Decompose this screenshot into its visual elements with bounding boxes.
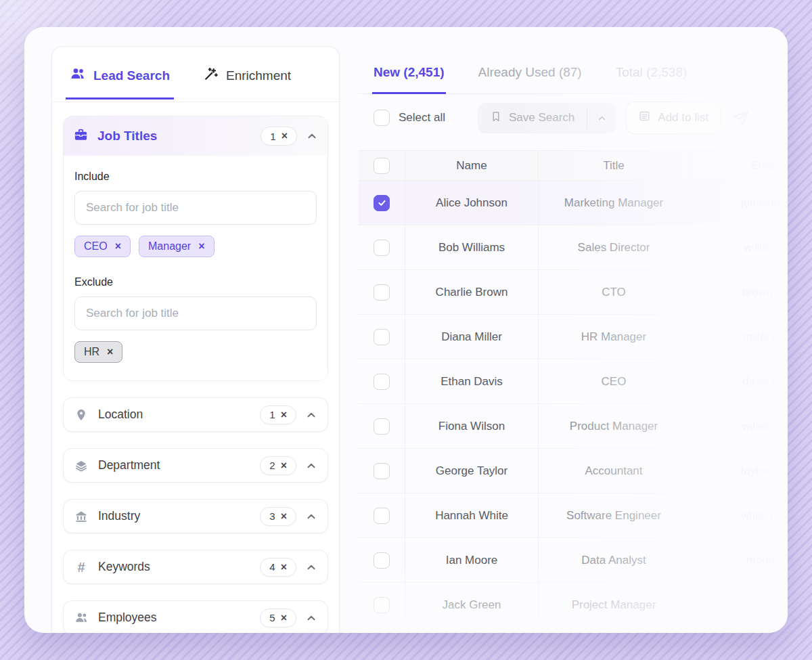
row-checkbox[interactable] bbox=[374, 597, 390, 613]
table-header: Name Title Email bbox=[359, 150, 788, 181]
row-checkbox[interactable] bbox=[374, 284, 390, 301]
cell-title: Sales Director bbox=[538, 225, 689, 269]
cell-name: Jack Green bbox=[405, 583, 538, 627]
exclude-job-title-input[interactable] bbox=[74, 296, 317, 330]
cell-email: moore.i bbox=[689, 538, 788, 582]
hash-icon: # bbox=[74, 560, 89, 574]
chevron-up-icon[interactable] bbox=[305, 561, 317, 573]
cell-name: Ian Moore bbox=[405, 538, 538, 582]
filter-count-badge[interactable]: 3 × bbox=[260, 507, 296, 526]
table-row[interactable]: Ian Moore Data Analyst moore.i bbox=[359, 538, 788, 583]
select-all-checkbox[interactable] bbox=[374, 110, 390, 126]
job-titles-count-badge[interactable]: 1 × bbox=[261, 127, 297, 146]
results-tab[interactable]: New (2,451) bbox=[372, 65, 446, 94]
table-row[interactable]: George Taylor Accountant taylor.geo bbox=[359, 449, 788, 493]
briefcase-icon bbox=[73, 127, 89, 146]
tab-lead-search-label: Lead Search bbox=[93, 68, 170, 83]
clear-filter-icon[interactable]: × bbox=[281, 130, 288, 142]
chevron-up-icon[interactable] bbox=[306, 130, 318, 142]
tab-lead-search[interactable]: Lead Search bbox=[66, 63, 174, 100]
table-row[interactable]: Fiona Wilson Product Manager wilson.fio bbox=[359, 404, 788, 449]
badge-count: 1 bbox=[270, 131, 275, 142]
cell-name: Hannah White bbox=[405, 493, 538, 537]
cell-email: williams. bbox=[689, 225, 788, 269]
people-icon bbox=[74, 611, 89, 625]
filter-row-industry[interactable]: Industry 3 × bbox=[63, 499, 328, 533]
header-checkbox[interactable] bbox=[374, 158, 390, 174]
include-chip[interactable]: CEO × bbox=[74, 236, 131, 257]
filter-row-employees[interactable]: Employees 5 × bbox=[63, 600, 328, 633]
results-tab[interactable]: Total (2,538) bbox=[614, 65, 689, 94]
chevron-up-icon[interactable] bbox=[305, 409, 317, 421]
clear-filter-icon[interactable]: × bbox=[281, 510, 287, 523]
tab-enrichment-label: Enrichment bbox=[226, 68, 291, 83]
clear-filter-icon[interactable]: × bbox=[281, 460, 287, 472]
chevron-up-icon[interactable] bbox=[305, 460, 317, 472]
row-checkbox[interactable] bbox=[374, 329, 390, 345]
save-search-button[interactable]: Save Search bbox=[478, 103, 616, 133]
remove-chip-icon[interactable]: × bbox=[107, 346, 113, 358]
results-tabs: New (2,451) Already Used (87) Total (2,5… bbox=[359, 61, 788, 94]
filter-count-badge[interactable]: 2 × bbox=[260, 456, 296, 475]
table-row[interactable]: Bob Williams Sales Director williams. bbox=[359, 225, 788, 270]
chip-label: HR bbox=[84, 346, 99, 358]
cell-name: George Taylor bbox=[405, 449, 538, 493]
chevron-up-icon[interactable] bbox=[305, 612, 317, 624]
badge-count: 2 bbox=[269, 460, 275, 471]
clear-filter-icon[interactable]: × bbox=[281, 612, 287, 624]
cell-name: Fiona Wilson bbox=[405, 404, 538, 448]
row-checkbox[interactable] bbox=[374, 552, 390, 569]
badge-count: 3 bbox=[269, 510, 275, 522]
row-checkbox[interactable] bbox=[374, 195, 390, 211]
row-checkbox[interactable] bbox=[374, 463, 390, 479]
clear-filter-icon[interactable]: × bbox=[281, 561, 287, 573]
column-header-email: Email bbox=[689, 151, 788, 180]
add-to-list-button[interactable]: Add to list bbox=[626, 102, 721, 134]
filter-row-location[interactable]: Location 1 × bbox=[63, 397, 328, 432]
include-chip[interactable]: Manager × bbox=[139, 236, 215, 257]
job-titles-header[interactable]: Job Titles 1 × bbox=[64, 116, 328, 156]
list-document-icon bbox=[638, 110, 651, 126]
results-toolbar: Select all Save Search bbox=[359, 94, 788, 141]
filter-panel: Lead Search Enrichment bbox=[51, 46, 340, 633]
cell-name: Charlie Brown bbox=[405, 270, 538, 314]
filter-label: Industry bbox=[98, 509, 260, 523]
send-icon[interactable] bbox=[731, 109, 750, 127]
row-checkbox[interactable] bbox=[374, 508, 390, 524]
column-header-title: Title bbox=[538, 151, 689, 180]
save-search-dropdown-button[interactable] bbox=[587, 103, 616, 133]
cell-email bbox=[689, 583, 788, 627]
job-titles-body: Include CEO × Manager × bbox=[64, 156, 328, 380]
select-all-label: Select all bbox=[399, 111, 445, 125]
filter-row-keywords[interactable]: # Keywords 4 × bbox=[63, 550, 328, 584]
exclude-chip[interactable]: HR × bbox=[74, 341, 122, 363]
include-job-title-input[interactable] bbox=[74, 191, 317, 225]
remove-chip-icon[interactable]: × bbox=[115, 240, 121, 252]
cell-title: HR Manager bbox=[538, 315, 689, 359]
cell-title: CEO bbox=[538, 359, 689, 403]
tab-enrichment[interactable]: Enrichment bbox=[200, 63, 295, 100]
table-row[interactable]: Jack Green Project Manager bbox=[359, 583, 788, 628]
results-tab[interactable]: Already Used (87) bbox=[477, 65, 583, 94]
filter-count-badge[interactable]: 1 × bbox=[260, 405, 296, 424]
row-checkbox[interactable] bbox=[374, 418, 390, 435]
filter-row-department[interactable]: Department 2 × bbox=[63, 448, 328, 483]
filter-count-badge[interactable]: 5 × bbox=[260, 609, 296, 628]
table-row[interactable]: Hannah White Software Engineer white.han bbox=[359, 493, 788, 538]
divider bbox=[52, 102, 339, 102]
row-checkbox[interactable] bbox=[374, 374, 390, 390]
row-checkbox[interactable] bbox=[374, 240, 390, 256]
clear-filter-icon[interactable]: × bbox=[281, 409, 287, 421]
table-row[interactable]: Charlie Brown CTO brown.ch bbox=[359, 270, 788, 315]
cell-title: Product Manager bbox=[538, 404, 689, 448]
table-row[interactable]: Ethan Davis CEO davis.eth bbox=[359, 359, 788, 404]
filter-label: Keywords bbox=[98, 560, 260, 574]
table-row[interactable]: Alice Johnson Marketing Manager johnson.… bbox=[359, 181, 788, 225]
remove-chip-icon[interactable]: × bbox=[198, 240, 204, 252]
cell-email: johnson.a bbox=[689, 181, 788, 225]
table-row[interactable]: Diana Miller HR Manager miller.dia bbox=[359, 315, 788, 359]
chevron-up-icon[interactable] bbox=[305, 510, 317, 523]
filter-count-badge[interactable]: 4 × bbox=[260, 558, 296, 577]
cell-email: white.han bbox=[689, 493, 788, 537]
magic-wand-icon bbox=[204, 66, 219, 85]
